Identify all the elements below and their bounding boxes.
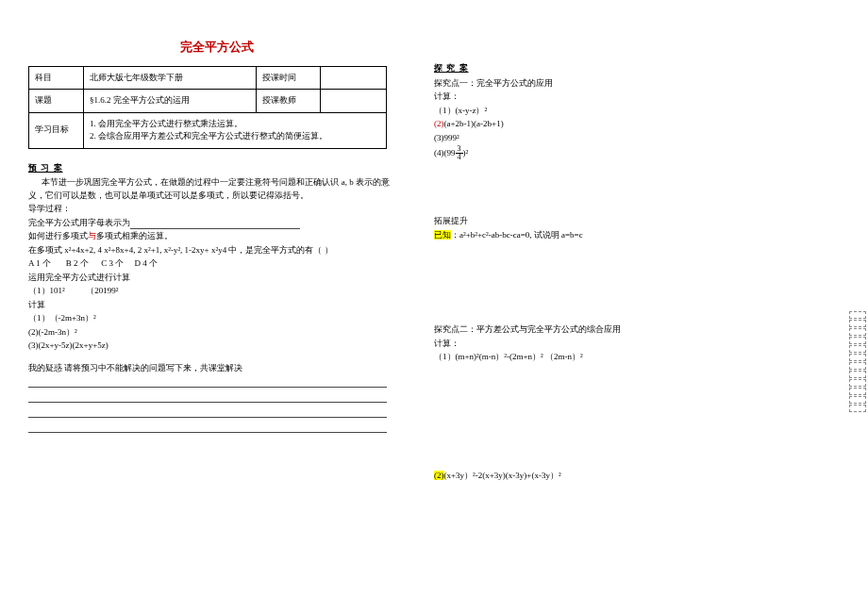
explore-p2-item2: (2)(x+3y）²-2(x+3y)(x-3y)+(x-3y）² [434,470,821,483]
calc-item2: (2)(-2m-3n）² [28,326,406,340]
e4-post: )² [463,148,469,157]
opt-b: B 2 个 [66,258,89,268]
explore-point2-calc: 计算： [434,338,821,351]
extension-body: 已知：a²+b²+c²-ab-bc-ca=0, 试说明 a=b=c [434,229,821,242]
edge-mark [849,371,866,378]
edge-mark [849,405,866,412]
edge-mark [849,379,866,387]
e4-pre: (4)(99 [434,148,456,157]
guide-label: 导学过程： [28,203,406,216]
meta-time-value [321,66,387,90]
edge-mark [849,345,866,353]
extension-title: 拓展提升 [434,215,821,228]
e2-body: (a+2b-1)(a-2b+1) [444,119,504,128]
opt-c: C 3 个 [101,258,124,268]
explore-head-text: 探 究 案 [434,63,469,73]
meta-topic-label: 课题 [29,90,84,113]
p2-2-hl: (2) [434,471,444,480]
edge-mark [849,328,866,336]
calc-item3: (3)(2x+y-5z)(2x+y+5z) [28,340,406,353]
meta-topic-value: §1.6.2 完全平方公式的运用 [84,90,257,113]
meta-table: 科目 北师大版七年级数学下册 授课时间 课题 §1.6.2 完全平方公式的运用 … [28,66,387,149]
poly-red: 与 [88,231,96,240]
opt-d: D 4 个 [135,258,159,268]
edge-mark [849,362,866,370]
e2-red: (2) [434,119,444,128]
meta-subject-label: 科目 [29,66,84,90]
explore-item2: (2)(a+2b-1)(a-2b+1) [434,118,821,131]
explore-item3: (3)999² [434,132,821,145]
poly-mult-line: 如何进行多项式与多项式相乘的运算。 [28,230,406,243]
meta-subject-value: 北师大版七年级数学下册 [84,66,257,90]
ext-text: ：a²+b²+c²-ab-bc-ca=0, 试说明 a=b=c [451,230,583,240]
meta-teacher-label: 授课教师 [257,90,321,113]
explore-calc-label: 计算： [434,91,821,104]
preview-intro: 本节进一步巩固完全平方公式，在做题的过程中一定要注意符号问题和正确认识 a, b… [28,176,406,202]
fraction-den: 4 [456,154,463,161]
edge-mark [849,320,866,327]
calc-item1: （1）（-2m+3n）² [28,312,406,325]
fill-blank [130,228,300,229]
poly-pre: 如何进行多项式 [28,231,88,240]
explore-point1-title: 探究点一：完全平方公式的应用 [434,77,821,91]
poly-question: 在多项式 x²+4x+2, 4 x²+8x+4, 2 x²+1, x²-y², … [28,244,406,257]
p2-2-body: (x+3y）²-2(x+3y)(x-3y)+(x-3y）² [444,471,561,480]
fraction: 34 [456,145,463,161]
edge-mark [849,396,866,404]
meta-goal-value: 1. 会用完全平方公式进行整式乘法运算。 2. 会综合应用平方差公式和完全平方公… [84,112,387,148]
options-row: A 1 个 B 2 个 C 3 个 D 4 个 [28,257,406,271]
meta-goal-label: 学习目标 [29,112,84,148]
edge-mark [849,354,866,361]
explore-section-head: 探 究 案 [434,62,821,75]
write-line [28,421,387,433]
formula-line: 完全平方公式用字母表示为 [28,217,406,230]
ext-highlight: 已知 [434,230,451,240]
poly-post: 多项式相乘的运算。 [96,231,173,240]
edge-mark [849,311,866,319]
meta-teacher-value [321,90,387,113]
edge-mark [849,388,866,395]
edge-mark [849,337,866,344]
meta-time-label: 授课时间 [257,66,321,90]
explore-item1: （1）(x-y-z）² [434,105,821,118]
doc-title: 完全平方公式 [28,38,406,57]
write-line [28,390,387,403]
write-line [28,406,387,418]
left-page: 完全平方公式 科目 北师大版七年级数学下册 授课时间 课题 §1.6.2 完全平… [0,0,415,613]
right-page: 探 究 案 探究点一：完全平方公式的应用 计算： （1）(x-y-z）² (2)… [415,0,830,613]
explore-point2-title: 探究点二：平方差公式与完全平方公式的综合应用 [434,323,821,337]
preview-section-head: 预 习 案 [28,162,406,175]
opt-a: A 1 个 [28,258,51,268]
explore-item4: (4)(9934)² [434,145,821,161]
calc1: （1）101² （20199² [28,285,406,298]
doubt-prompt: 我的疑惑 请将预习中不能解决的问题写下来，共课堂解决 [28,362,406,375]
calc-title: 运用完全平方公式进行计算 [28,272,406,285]
side-marks [849,311,866,413]
explore-p2-item1: （1）(m+n)²(m-n）²-(2m+n）² （2m-n）² [434,351,821,364]
calc-heading: 计算 [28,299,406,312]
write-line [28,375,387,388]
formula-line-text: 完全平方公式用字母表示为 [28,218,130,227]
preview-head-text: 预 习 案 [28,163,63,173]
